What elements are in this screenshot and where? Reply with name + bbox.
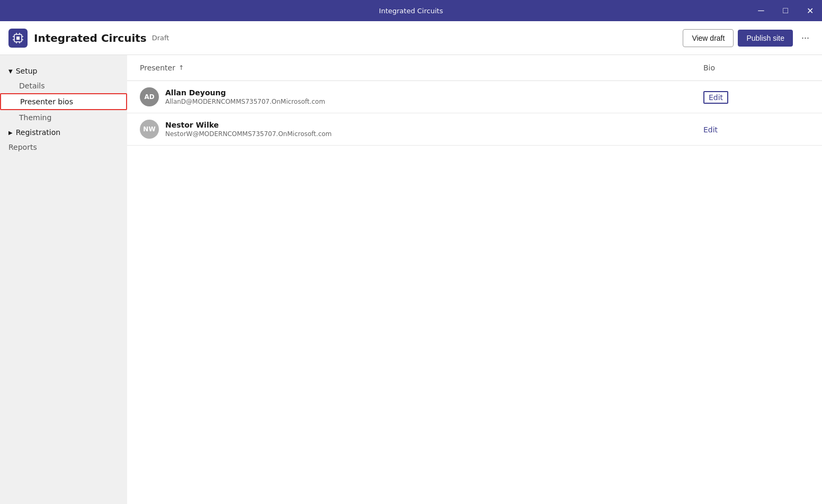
more-options-button[interactable]: ···	[797, 29, 814, 47]
edit-bio-button[interactable]: Edit	[703, 91, 728, 104]
maximize-button[interactable]: □	[773, 0, 798, 21]
app-name: Integrated Circuits	[34, 32, 147, 44]
main-content: Presenter ↑ Bio AD Allan Deyoung AllanD@…	[127, 55, 822, 504]
sidebar-item-theming[interactable]: Theming	[0, 110, 127, 125]
table-header: Presenter ↑ Bio	[127, 55, 822, 81]
table-row: NW Nestor Wilke NestorW@MODERNCOMMS73570…	[127, 113, 822, 146]
presenter-bios-label: Presenter bios	[20, 97, 73, 106]
header-actions: View draft Publish site ···	[683, 29, 814, 47]
registration-chevron-icon: ▶	[8, 130, 13, 136]
setup-label: Setup	[16, 67, 38, 75]
presenter-name: Nestor Wilke	[165, 121, 332, 129]
sidebar: ▼ Setup Details Presenter bios Theming ▶…	[0, 55, 127, 504]
title-bar: Integrated Circuits ─ □ ✕	[0, 0, 822, 21]
window-title: Integrated Circuits	[379, 7, 443, 15]
col-bio-header: Bio	[703, 64, 809, 72]
setup-chevron-icon: ▼	[8, 68, 13, 74]
bio-col-label: Bio	[703, 64, 715, 72]
app-icon	[8, 29, 28, 48]
app-header: Integrated Circuits Draft View draft Pub…	[0, 21, 822, 55]
sidebar-item-presenter-bios[interactable]: Presenter bios	[0, 93, 127, 110]
presenter-info: NW Nestor Wilke NestorW@MODERNCOMMS73570…	[140, 120, 703, 139]
presenter-col-label: Presenter	[140, 64, 175, 72]
avatar: NW	[140, 120, 159, 139]
theming-label: Theming	[19, 113, 51, 122]
publish-button[interactable]: Publish site	[738, 30, 793, 47]
presenter-email: AllanD@MODERNCOMMS735707.OnMicrosoft.com	[165, 98, 325, 105]
content-area: ▼ Setup Details Presenter bios Theming ▶…	[0, 55, 822, 504]
minimize-button[interactable]: ─	[749, 0, 773, 21]
edit-bio-button[interactable]: Edit	[703, 125, 718, 134]
svg-rect-1	[16, 37, 20, 40]
close-button[interactable]: ✕	[798, 0, 822, 21]
presenter-details: Allan Deyoung AllanD@MODERNCOMMS735707.O…	[165, 88, 325, 105]
edit-bio-cell: Edit	[703, 124, 809, 134]
registration-label: Registration	[16, 128, 60, 137]
draft-badge: Draft	[152, 34, 169, 42]
avatar: AD	[140, 87, 159, 106]
view-draft-button[interactable]: View draft	[683, 29, 734, 47]
sidebar-section-setup[interactable]: ▼ Setup	[0, 64, 127, 78]
window-controls: ─ □ ✕	[749, 0, 822, 21]
presenters-table: Presenter ↑ Bio AD Allan Deyoung AllanD@…	[127, 55, 822, 146]
sort-arrow-icon: ↑	[178, 64, 184, 71]
presenter-name: Allan Deyoung	[165, 88, 325, 97]
table-row: AD Allan Deyoung AllanD@MODERNCOMMS73570…	[127, 81, 822, 113]
presenter-email: NestorW@MODERNCOMMS735707.OnMicrosoft.co…	[165, 130, 332, 138]
presenter-details: Nestor Wilke NestorW@MODERNCOMMS735707.O…	[165, 121, 332, 138]
presenter-info: AD Allan Deyoung AllanD@MODERNCOMMS73570…	[140, 87, 703, 106]
sidebar-section-registration[interactable]: ▶ Registration	[0, 125, 127, 140]
reports-label: Reports	[8, 143, 37, 151]
sidebar-item-details[interactable]: Details	[0, 78, 127, 93]
details-label: Details	[19, 82, 45, 90]
col-presenter-header: Presenter ↑	[140, 64, 703, 72]
sidebar-item-reports[interactable]: Reports	[0, 140, 127, 155]
edit-bio-cell: Edit	[703, 92, 809, 102]
